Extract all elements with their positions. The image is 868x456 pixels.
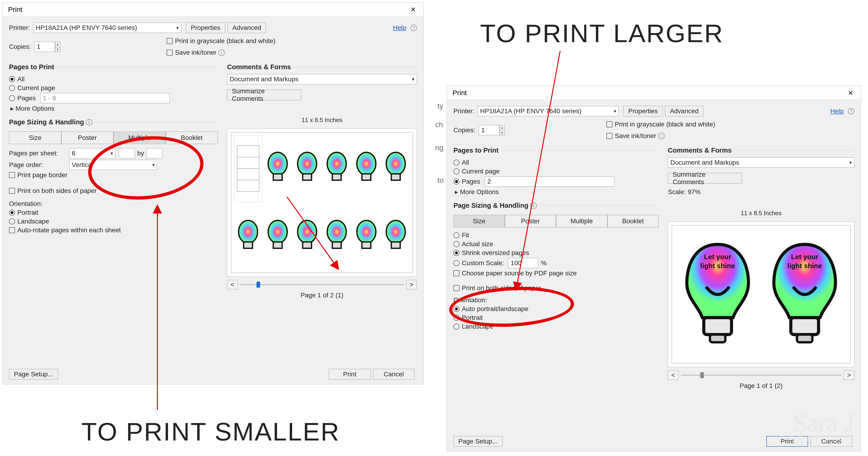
svg-rect-9 <box>392 174 400 180</box>
save-ink-checkbox[interactable] <box>167 50 173 56</box>
copies-spinner[interactable]: ▴▾ <box>55 42 60 52</box>
svg-point-4 <box>327 152 346 175</box>
info-icon[interactable]: i <box>218 49 225 56</box>
comments-select[interactable]: Document and Markups▾ <box>227 74 417 84</box>
both-sides-checkbox[interactable] <box>9 188 15 194</box>
svg-rect-13 <box>273 242 282 248</box>
svg-point-8 <box>386 152 405 175</box>
radio-all[interactable] <box>9 76 15 82</box>
page-setup-button[interactable]: Page Setup... <box>9 369 58 379</box>
chevron-down-icon: ▾ <box>412 77 414 82</box>
close-icon[interactable]: × <box>844 88 858 98</box>
next-page-btn[interactable]: > <box>844 370 854 380</box>
radio-landscape[interactable] <box>454 324 460 330</box>
radio-pages[interactable] <box>454 179 460 185</box>
custom-scale-label: Custom Scale: <box>462 260 504 267</box>
cancel-button[interactable]: Cancel <box>373 369 414 379</box>
pps-height[interactable] <box>147 148 163 158</box>
svg-point-12 <box>268 220 287 243</box>
poster-btn[interactable]: Poster <box>505 215 556 227</box>
svg-rect-3 <box>303 174 312 180</box>
help-link[interactable]: Help <box>830 108 844 115</box>
radio-pages[interactable] <box>9 95 15 101</box>
save-ink-checkbox[interactable] <box>607 133 613 139</box>
radio-all[interactable] <box>454 159 460 165</box>
custom-scale-input[interactable]: 100 <box>508 258 538 268</box>
copies-input[interactable]: 1 <box>34 42 55 52</box>
properties-button[interactable]: Properties <box>186 23 225 33</box>
page-slider[interactable] <box>240 284 404 285</box>
summarize-button[interactable]: Summarize Comments <box>668 173 742 184</box>
radio-current[interactable] <box>9 85 15 91</box>
svg-rect-19 <box>362 242 371 248</box>
page-order-select[interactable]: Vertical▾ <box>69 160 157 170</box>
page-setup-button[interactable]: Page Setup... <box>454 436 502 447</box>
properties-button[interactable]: Properties <box>623 106 663 117</box>
svg-rect-17 <box>332 242 341 248</box>
grayscale-checkbox[interactable] <box>607 121 613 127</box>
poster-btn[interactable]: Poster <box>61 131 114 144</box>
choose-source-checkbox[interactable] <box>454 270 460 276</box>
pps-select[interactable]: 6▾ <box>69 148 116 158</box>
radio-custom-scale[interactable] <box>454 260 460 266</box>
pages-input[interactable]: 1 - 9 <box>40 93 170 103</box>
radio-portrait[interactable] <box>9 210 15 216</box>
help-icon[interactable]: ? <box>410 25 417 31</box>
advanced-button[interactable]: Advanced <box>227 23 266 33</box>
info-icon[interactable]: i <box>658 133 664 139</box>
advanced-button[interactable]: Advanced <box>665 106 704 117</box>
help-icon[interactable]: ? <box>848 108 854 114</box>
page-slider[interactable] <box>681 374 841 376</box>
auto-rotate-checkbox[interactable] <box>9 227 15 233</box>
summarize-button[interactable]: Summarize Comments <box>227 90 301 100</box>
size-btn[interactable]: Size <box>9 131 61 144</box>
bulb-large-icon: Let your light shine <box>762 229 847 360</box>
svg-rect-11 <box>244 242 252 248</box>
more-options-arrow[interactable]: ▸ <box>10 105 14 112</box>
print-dialog-right: Print × Printer: HP18A21A (HP ENVY 7640 … <box>447 86 861 452</box>
radio-current-label: Current page <box>462 168 499 175</box>
close-icon[interactable]: × <box>406 5 420 14</box>
info-icon[interactable]: i <box>530 203 537 209</box>
multiple-btn[interactable]: Multiple <box>114 131 166 144</box>
both-sides-checkbox[interactable] <box>454 285 460 291</box>
sizing-legend: Page Sizing & Handling <box>454 202 528 209</box>
svg-rect-22 <box>704 317 732 334</box>
radio-auto-orient[interactable] <box>454 306 460 312</box>
pages-input[interactable]: 2 <box>485 177 614 187</box>
more-options-arrow[interactable]: ▸ <box>455 188 458 196</box>
page-border-checkbox[interactable] <box>9 172 15 178</box>
prev-page-btn[interactable]: < <box>227 280 238 289</box>
radio-shrink[interactable] <box>454 250 460 256</box>
radio-landscape[interactable] <box>9 218 15 224</box>
radio-portrait[interactable] <box>454 315 460 321</box>
printer-select[interactable]: HP18A21A (HP ENVY 7640 series) ▾ <box>33 23 181 33</box>
svg-text:light shine: light shine <box>787 262 822 270</box>
svg-rect-23 <box>710 334 725 342</box>
booklet-btn[interactable]: Booklet <box>166 131 218 144</box>
radio-fit[interactable] <box>454 232 460 238</box>
copies-input[interactable]: 1 <box>479 125 499 135</box>
grayscale-checkbox[interactable] <box>167 38 173 44</box>
bulb-icon <box>293 203 321 270</box>
bulb-large-icon: Let your light shine <box>675 229 761 360</box>
multiple-btn[interactable]: Multiple <box>556 215 608 227</box>
prev-page-btn[interactable]: < <box>668 370 678 380</box>
more-options[interactable]: More Options <box>460 188 499 196</box>
size-btn[interactable]: Size <box>454 215 505 227</box>
help-link[interactable]: Help <box>393 24 406 31</box>
copies-spinner[interactable]: ▴▾ <box>499 125 505 135</box>
pps-width[interactable] <box>119 148 135 158</box>
svg-text:Let your: Let your <box>704 253 731 260</box>
next-page-btn[interactable]: > <box>406 280 417 289</box>
comments-select[interactable]: Document and Markups▾ <box>668 157 854 168</box>
radio-current[interactable] <box>454 169 460 174</box>
booklet-btn[interactable]: Booklet <box>608 215 659 227</box>
print-button[interactable]: Print <box>329 369 371 379</box>
printer-select[interactable]: HP18A21A (HP ENVY 7640 series) ▾ <box>477 106 619 116</box>
info-icon[interactable]: i <box>86 119 92 125</box>
radio-actual[interactable] <box>454 241 460 247</box>
more-options[interactable]: More Options <box>16 105 54 112</box>
grayscale-label: Print in grayscale (black and white) <box>175 37 275 45</box>
bulb-icon <box>234 203 262 270</box>
